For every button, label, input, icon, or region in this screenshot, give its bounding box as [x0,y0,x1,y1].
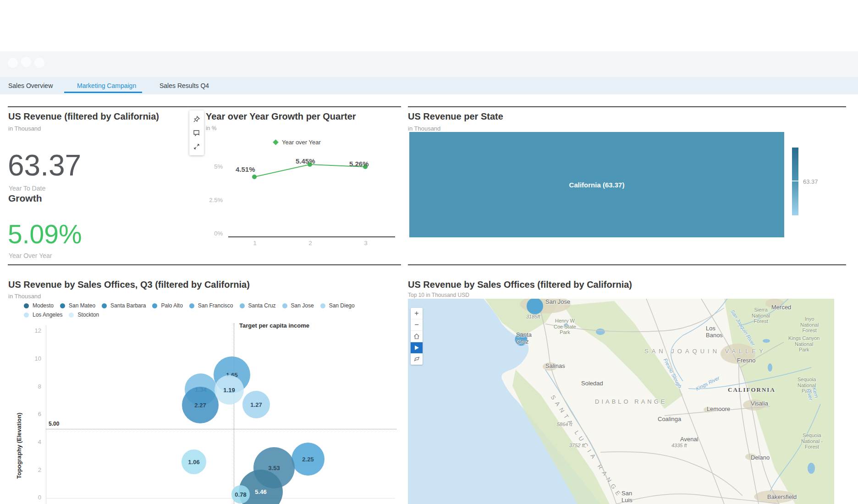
line-data-label: 5.26% [349,160,369,168]
legend-item[interactable]: Stockton [69,312,99,318]
map-panel-subtitle: Top 10 in Thousand USD [408,292,469,298]
legend-item[interactable]: San Jose [282,302,314,309]
fullscreen-icon [193,143,200,150]
line-chart-unit: in % [206,125,216,131]
legend-item[interactable]: Los Angeles [24,312,62,318]
add-comment-button[interactable] [192,128,202,138]
map-zoom-out-button[interactable]: − [411,319,423,331]
fullscreen-button[interactable] [192,142,202,152]
line-chart-x-tick: 3 [362,240,369,247]
window-dot [34,58,44,68]
tab-sales-overview[interactable]: Sales Overview [8,77,53,94]
office-bubble[interactable]: 2.27 [182,387,219,423]
map-place-label: Soledad [581,380,603,387]
legend-dot-icon [24,303,29,308]
map-play-button[interactable] [411,342,423,354]
map-zoom-in-button[interactable]: + [411,308,423,319]
bubble-y-tick: 4 [22,438,41,445]
reference-line-horizontal[interactable] [46,429,396,429]
bubble-y-tick: 2 [22,466,41,473]
legend-item[interactable]: Santa Cruz [240,302,276,309]
map-place-label: Delano [751,455,770,461]
bubble-y-tick: 8 [22,383,41,390]
line-data-label: 5.45% [296,157,315,165]
map-place-label: 3185ft [526,314,540,320]
map-place-label: San Jose [545,299,570,306]
map-place-label: 4335 ft [671,443,687,449]
office-bubble[interactable]: 2.25 [292,443,324,476]
legend-item[interactable]: San Francisco [189,302,233,309]
office-bubble[interactable]: 0.78 [231,485,250,504]
map-place-label: Salinas [545,363,565,370]
kpi-value[interactable]: 63.37 [8,148,81,182]
map-place-label: Merced [771,304,791,311]
map-place-label: Avenal [680,436,698,443]
bubble-zero-line [46,498,395,499]
legend-city-label: San Diego [329,302,355,309]
map-canvas[interactable]: San Jose3185ftHenry W Coe State ParkMerc… [408,299,834,504]
map-lasso-button[interactable] [411,354,423,365]
legend-item[interactable]: Palo Alto [152,302,182,309]
legend-city-label: Stockton [77,312,99,318]
legend-item[interactable]: Modesto [24,302,54,309]
legend-label: Year over Year [282,139,321,146]
bar-chart-subtitle: in Thousand [408,125,440,132]
legend-dot-icon [102,303,107,308]
legend-item[interactable]: San Diego [320,302,355,309]
office-bubble[interactable]: 1.27 [242,391,270,418]
map-place-label: SAN JOAQUIN VALLEY [644,348,766,355]
map-place-label: Sierra National Forest [752,307,770,324]
legend-dot-icon [24,312,29,318]
legend-dot-icon [282,303,287,308]
map-place-label: Santa Cruz [516,332,532,345]
map-controls: + − [411,308,423,365]
bar-chart-title: US Revenue per State [408,111,503,122]
add-comment-icon [193,129,200,137]
line-chart-y-tick: 0% [198,230,223,237]
map-place-label: Los Banos [706,325,723,339]
color-scale-value: 63.37 [803,178,818,185]
legend-city-label: San Francisco [198,302,233,309]
line-series[interactable] [254,164,365,177]
panel-border-top-left [8,106,401,107]
line-chart-y-tick: 2.5% [198,197,223,203]
pin-icon [193,115,200,123]
legend-item[interactable]: San Mateo [60,302,95,309]
bubble-y-axis-line [46,325,46,504]
legend-diamond-icon [273,139,279,145]
line-chart-plot [202,137,403,247]
play-icon [414,345,419,351]
reference-line-x-label: Target per capita income [239,322,309,329]
reference-line-vertical[interactable] [234,323,234,504]
bubble-y-tick: 10 [22,355,41,362]
kpi-growth-caption: Year Over Year [9,252,52,259]
line-chart-title: Year over Year Growth per Quarter [206,111,356,122]
pin-button[interactable] [192,114,202,124]
office-bubble[interactable]: 1.19 [214,375,244,405]
map-home-button[interactable] [411,331,423,342]
kpi-value-caption: Year To Date [9,185,45,192]
line-chart-y-tick: 5% [198,163,223,170]
bubble-chart-subtitle: in Thousand [8,293,41,300]
map-place-label: CALIFORNIA [728,387,776,394]
panel-border-bottom-left [8,264,401,265]
map-place-label: Fresno [737,357,755,364]
home-icon [413,333,420,340]
kpi-growth-value[interactable]: 5.09% [8,219,82,249]
legend-city-label: Los Angeles [33,312,62,318]
map-place-label: Visalia [751,400,768,407]
legend-dot-icon [189,303,194,308]
line-chart-x-axis [228,236,395,237]
panel-border-bottom-right [408,264,846,265]
bar-data-label: California (63.37) [569,181,625,189]
tab-sales-results-q4[interactable]: Sales Results Q4 [160,77,209,94]
data-point-q1[interactable] [252,175,257,179]
legend-dot-icon [60,303,65,308]
window-dot [21,57,31,67]
legend-item[interactable]: Santa Barbara [102,302,146,309]
color-scale-marker [792,181,798,181]
legend-dot-icon [240,303,245,308]
office-bubble[interactable]: 1.06 [182,449,206,474]
line-chart-legend[interactable]: Year over Year [274,139,321,146]
bar-california[interactable]: California (63.37) [409,132,784,237]
